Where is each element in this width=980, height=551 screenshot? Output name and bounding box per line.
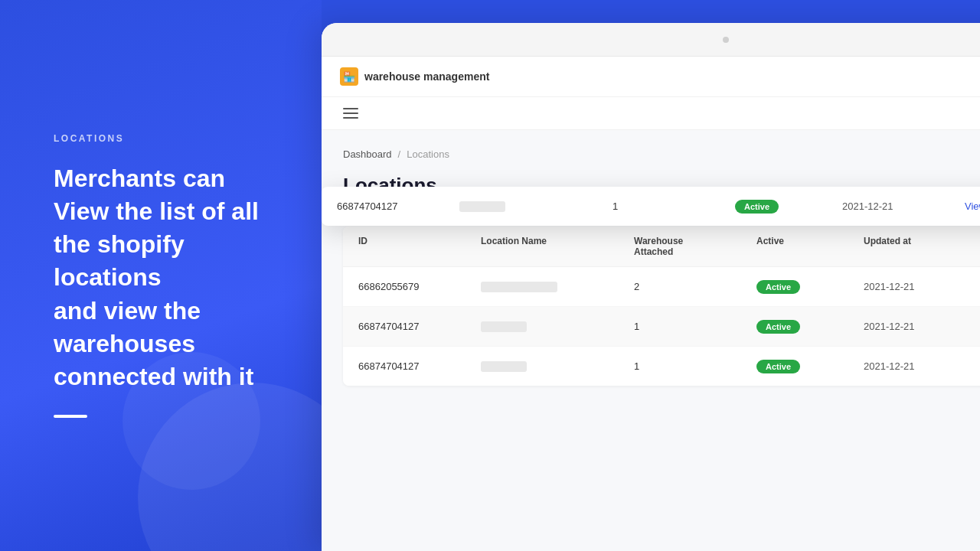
table-row: 66874704127 1 Active 2021-12-21 View Det… (343, 347, 980, 386)
row1-date: 2021-12-21 (864, 281, 980, 292)
floating-view-details-button[interactable]: View Details (965, 201, 980, 212)
floating-cell-date: 2021-12-21 (842, 201, 965, 212)
row1-active-badge: Active (756, 280, 800, 294)
app-logo: 🏪 warehouse management (340, 67, 489, 86)
breadcrumb: Dashboard / Locations (343, 148, 980, 160)
row3-date: 2021-12-21 (864, 360, 980, 372)
app-content: Dashboard / Locations Locations Here is … (322, 130, 980, 551)
heading-line2: View the list of all (54, 197, 259, 225)
header-warehouse-attached: WarehouseAttached (634, 236, 756, 257)
floating-cell-id: 66874704127 (337, 201, 459, 212)
table-row: 66862055679 2 Active 2021-12-21 View Det… (343, 267, 980, 307)
row2-active-badge: Active (756, 320, 800, 334)
logo-icon: 🏪 (340, 67, 358, 86)
heading-underline (54, 415, 87, 418)
heading-line1: Merchants can (54, 165, 225, 192)
left-panel: LOCATIONS Merchants can View the list of… (0, 0, 322, 551)
right-panel: 🏪 warehouse management by Webkul Softwar… (322, 0, 980, 551)
header-id: ID (358, 236, 481, 257)
row1-warehouse: 2 (634, 281, 756, 292)
row2-id: 66874704127 (358, 321, 481, 332)
floating-row: 66874704127 1 Active 2021-12-21 View Det… (322, 187, 980, 226)
locations-table: ID Location Name WarehouseAttached Activ… (343, 227, 980, 386)
row3-id: 66874704127 (358, 360, 481, 372)
heading-line6: connected with it (54, 363, 253, 390)
table-wrapper: 66874704127 1 Active 2021-12-21 View Det… (343, 227, 980, 386)
header-active: Active (756, 236, 864, 257)
app-header: 🏪 warehouse management by Webkul Softwar… (322, 57, 980, 97)
floating-cell-warehouse: 1 (612, 201, 735, 212)
header-updated-at: Updated at (864, 236, 980, 257)
main-heading: Merchants can View the list of all the s… (54, 162, 268, 393)
logo-emoji: 🏪 (343, 71, 355, 83)
row3-location (481, 361, 527, 372)
table-header: ID Location Name WarehouseAttached Activ… (343, 227, 980, 267)
row2-location (481, 321, 527, 332)
row1-id: 66862055679 (358, 281, 481, 292)
hamburger-menu[interactable] (340, 105, 980, 122)
nav-bar (322, 97, 980, 130)
heading-line3: the shopify locations (54, 230, 185, 291)
hamburger-line-1 (343, 108, 358, 109)
row2-warehouse: 1 (634, 321, 756, 332)
row3-active-badge: Active (756, 360, 800, 373)
heading-line4: and view the (54, 297, 201, 324)
row1-location (481, 282, 557, 292)
row3-active: Active (756, 359, 864, 373)
floating-cell-active: Active (735, 199, 842, 214)
row2-active: Active (756, 319, 864, 334)
app-name-label: warehouse management (364, 70, 489, 83)
header-location-name: Location Name (481, 236, 634, 257)
section-label: LOCATIONS (54, 133, 268, 144)
row2-date: 2021-12-21 (864, 321, 980, 332)
browser-bar (322, 23, 980, 57)
table-row: 66874704127 1 Active 2021-12-21 View Det… (343, 307, 980, 347)
floating-active-badge: Active (735, 200, 779, 214)
floating-cell-location (459, 201, 505, 212)
row1-active: Active (756, 279, 864, 294)
hamburger-line-2 (343, 112, 358, 114)
breadcrumb-dashboard[interactable]: Dashboard (343, 148, 392, 160)
breadcrumb-current: Locations (407, 148, 449, 160)
row3-warehouse: 1 (634, 360, 756, 372)
hamburger-line-3 (343, 117, 358, 119)
heading-line5: warehouses (54, 330, 195, 357)
breadcrumb-separator: / (398, 148, 401, 160)
browser-dot (723, 37, 729, 43)
app-window: 🏪 warehouse management by Webkul Softwar… (322, 23, 980, 551)
